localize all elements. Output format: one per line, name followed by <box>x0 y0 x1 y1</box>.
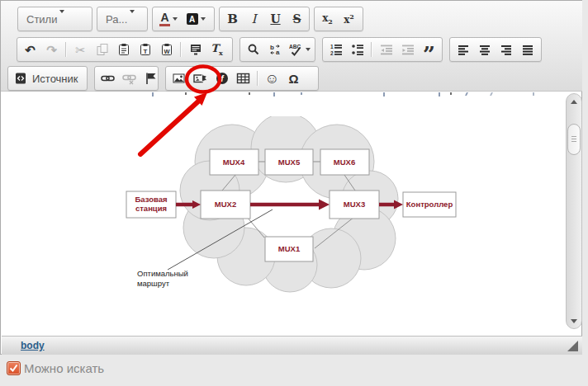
divider <box>371 42 372 57</box>
resize-grip[interactable] <box>567 341 578 351</box>
anchor-button[interactable] <box>140 68 161 88</box>
svg-text:2: 2 <box>330 50 334 56</box>
spellcheck-icon: ABC <box>289 43 303 56</box>
image-flag-icon <box>193 72 208 85</box>
styles-dropdown[interactable]: Стили <box>17 7 92 31</box>
numbered-list-button[interactable]: 12 <box>325 40 346 59</box>
select-all-button[interactable] <box>185 40 206 59</box>
special-char-button[interactable]: Ω <box>283 68 304 88</box>
font-size-dropdown[interactable]: Ра... <box>97 7 148 31</box>
superscript-button[interactable]: x2 <box>339 9 359 29</box>
align-center-button[interactable] <box>474 40 495 59</box>
unlink-button[interactable] <box>119 68 140 88</box>
outdent-button[interactable] <box>376 40 396 59</box>
paste-from-word-button[interactable]: W <box>156 40 177 59</box>
justify-button[interactable] <box>517 40 538 59</box>
superscript-icon: x2 <box>344 12 354 26</box>
chevron-down-icon <box>173 17 178 21</box>
element-path-bar: body <box>2 336 582 355</box>
smiley-button[interactable]: ☺ <box>262 68 282 88</box>
copy-icon <box>96 43 109 56</box>
background-color-button[interactable]: A <box>183 9 209 29</box>
editing-area[interactable]: Базовая станция MUX2 MUX3 MUX4 MUX5 MUX6… <box>2 92 566 336</box>
basic-styles-group: B I U S <box>219 7 310 31</box>
align-left-button[interactable] <box>453 40 473 59</box>
source-button-label: Источник <box>32 73 78 85</box>
strikethrough-icon: S <box>292 12 301 26</box>
bold-icon: B <box>227 12 238 26</box>
network-diagram-image[interactable]: Базовая станция MUX2 MUX3 MUX4 MUX5 MUX6… <box>121 116 463 294</box>
list-indent-group: 12 ” <box>322 37 443 62</box>
insert-group: f ☺ Ω <box>165 66 319 91</box>
find-button[interactable] <box>243 40 263 59</box>
paste-as-text-button[interactable]: T <box>135 40 155 59</box>
paste-word-icon: W <box>160 43 173 56</box>
image-embed-button[interactable] <box>190 68 211 88</box>
bullet-list-button[interactable] <box>347 40 368 59</box>
undo-icon: ↶ <box>25 44 36 56</box>
search-checkbox-label: Можно искать <box>24 361 104 375</box>
color-group: A A <box>152 7 215 31</box>
redo-icon: ↷ <box>46 44 57 56</box>
find-group: ba ABC <box>239 37 315 62</box>
copy-button[interactable] <box>92 40 112 59</box>
svg-text:T: T <box>143 48 147 55</box>
svg-text:MUX6: MUX6 <box>334 158 355 167</box>
spellcheck-button[interactable]: ABC <box>286 40 314 59</box>
rich-text-editor: Стили Ра... A A B I U S x2 x2 ↶ ↷ <box>0 0 582 355</box>
paste-text-icon: T <box>139 43 152 56</box>
underline-button[interactable]: U <box>265 9 286 29</box>
flash-button[interactable]: f <box>211 68 232 88</box>
background-color-icon: A <box>187 13 198 25</box>
cut-button[interactable]: ✂ <box>70 40 91 59</box>
paste-button[interactable] <box>113 40 134 59</box>
styles-dropdown-label: Стили <box>26 13 57 26</box>
subscript-button[interactable]: x2 <box>317 9 338 29</box>
search-icon <box>247 43 260 56</box>
bold-button[interactable]: B <box>222 9 243 29</box>
replace-button[interactable]: ba <box>264 40 285 59</box>
svg-text:станция: станция <box>135 204 167 213</box>
chevron-down-icon <box>306 48 311 51</box>
divider <box>257 71 258 86</box>
svg-text:маршрут: маршрут <box>137 279 170 288</box>
source-button[interactable]: Источник <box>7 66 88 91</box>
table-button[interactable] <box>233 68 254 88</box>
redo-button[interactable]: ↷ <box>41 40 62 59</box>
strikethrough-button[interactable]: S <box>287 9 307 29</box>
svg-text:MUX2: MUX2 <box>215 200 236 209</box>
undo-button[interactable]: ↶ <box>20 40 40 59</box>
flag-icon <box>145 72 158 85</box>
italic-button[interactable]: I <box>244 9 264 29</box>
svg-text:Базовая: Базовая <box>135 195 167 204</box>
chevron-down-icon <box>59 10 64 26</box>
align-left-icon <box>457 43 470 56</box>
indent-button[interactable] <box>397 40 418 59</box>
link-button[interactable] <box>97 68 118 88</box>
vertical-scrollbar[interactable] <box>566 93 582 329</box>
indent-icon <box>401 43 415 56</box>
svg-text:MUX3: MUX3 <box>344 200 365 209</box>
svg-text:Оптимальный: Оптимальный <box>137 269 188 278</box>
scroll-up-button[interactable] <box>567 96 581 107</box>
remove-format-button[interactable]: Tx <box>206 40 227 59</box>
search-checkbox[interactable] <box>7 361 21 375</box>
align-right-icon <box>500 43 513 56</box>
path-body-link[interactable]: body <box>21 340 45 351</box>
cut-icon: ✂ <box>75 44 86 56</box>
triangle-up-icon <box>571 100 577 104</box>
source-icon <box>14 72 27 85</box>
subscript-icon: x2 <box>322 12 333 26</box>
blockquote-button[interactable]: ” <box>419 40 439 59</box>
image-button[interactable] <box>168 68 189 88</box>
smiley-icon: ☺ <box>265 72 279 86</box>
scrollbar-thumb[interactable] <box>567 124 581 155</box>
align-right-button[interactable] <box>496 40 516 59</box>
scroll-down-button[interactable] <box>567 315 581 327</box>
svg-text:MUX5: MUX5 <box>278 158 301 167</box>
text-color-button[interactable]: A <box>155 9 182 29</box>
divider <box>180 42 182 57</box>
omega-icon: Ω <box>288 73 298 85</box>
svg-text:1: 1 <box>330 44 334 49</box>
italic-icon: I <box>252 12 257 26</box>
